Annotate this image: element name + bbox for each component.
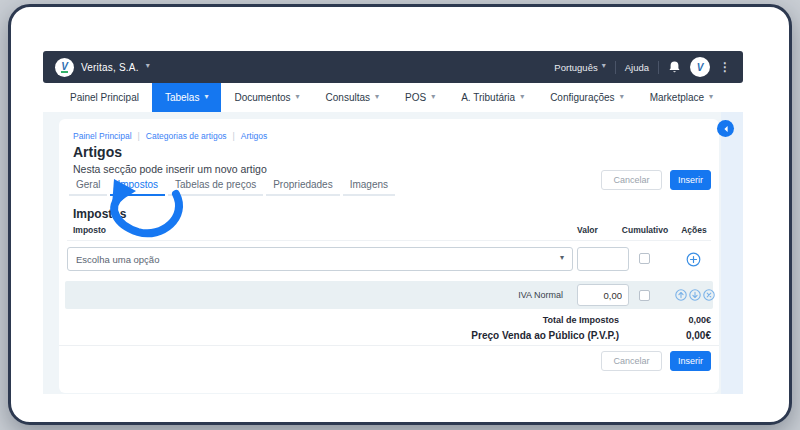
collapsed-side-panel: [721, 112, 743, 394]
company-name: Veritas, S.A.: [81, 62, 139, 73]
company-logo-icon: V: [55, 58, 74, 77]
company-menu[interactable]: V Veritas, S.A. ▾: [55, 58, 150, 77]
nav-item-consultas[interactable]: Consultas ▾: [313, 83, 392, 112]
breadcrumb-separator: |: [138, 131, 140, 141]
page-title: Artigos: [73, 144, 122, 160]
tab-tabelas-de-precos[interactable]: Tabelas de preços: [168, 179, 263, 196]
nav-label: Tabelas: [165, 92, 199, 103]
nav-label: Consultas: [326, 92, 370, 103]
chevron-down-icon: ▾: [620, 94, 624, 100]
divider: [59, 345, 719, 346]
page-subtitle: Nesta secção pode inserir um novo artigo: [73, 163, 267, 175]
nav-label: Documentos: [234, 92, 290, 103]
tax-row-cumulative-checkbox[interactable]: [639, 290, 650, 301]
notifications-bell-icon[interactable]: [668, 60, 681, 74]
chevron-down-icon: ▾: [709, 94, 713, 100]
nav-item-a-tributaria[interactable]: A. Tributária ▾: [448, 83, 537, 112]
chevron-down-icon: ▾: [520, 94, 524, 100]
language-selector[interactable]: Português ▾: [554, 62, 605, 73]
more-menu-icon[interactable]: ⋮: [719, 60, 731, 74]
move-up-icon[interactable]: [675, 289, 687, 301]
tab-impostos[interactable]: Impostos: [110, 179, 165, 196]
chevron-down-icon: ▾: [375, 94, 379, 100]
cumulative-checkbox[interactable]: [639, 253, 650, 264]
article-form-panel: Painel Principal | Categorias de artigos…: [59, 119, 719, 393]
tax-row-name: IVA Normal: [518, 290, 563, 300]
nav-item-painel-principal[interactable]: Painel Principal: [57, 83, 152, 112]
nav-label: Marketplace: [650, 92, 704, 103]
language-label: Português: [554, 62, 597, 73]
move-down-icon[interactable]: [689, 289, 701, 301]
breadcrumb: Painel Principal | Categorias de artigos…: [73, 131, 267, 141]
nav-item-documentos[interactable]: Documentos ▾: [221, 83, 312, 112]
divider: [615, 61, 616, 74]
nav-label: Configurações: [550, 92, 614, 103]
chevron-down-icon: ▾: [296, 94, 300, 100]
insert-button-bottom[interactable]: Inserir: [670, 351, 711, 371]
nav-label: Painel Principal: [70, 92, 139, 103]
chevron-down-icon: ▾: [560, 255, 564, 261]
pvp-label: Preço Venda ao Público (P.V.P.): [471, 330, 619, 341]
help-link[interactable]: Ajuda: [625, 62, 649, 73]
tab-propriedades[interactable]: Propriedades: [266, 179, 339, 196]
tax-row-value-input[interactable]: [577, 284, 629, 306]
app-header: V Veritas, S.A. ▾ Português ▾ Ajuda V ⋮: [43, 51, 743, 83]
nav-item-tabelas[interactable]: Tabelas ▾: [152, 83, 221, 112]
total-impostos-label: Total de Impostos: [543, 315, 619, 325]
column-header-imposto: Imposto: [73, 225, 106, 235]
app-window: V Veritas, S.A. ▾ Português ▾ Ajuda V ⋮ …: [8, 4, 792, 425]
divider: [67, 240, 711, 241]
nav-item-configuracoes[interactable]: Configurações ▾: [537, 83, 637, 112]
tax-row-iva-normal: IVA Normal: [65, 281, 713, 309]
divider: [658, 61, 659, 74]
form-tabs: Geral Impostos Tabelas de preços Proprie…: [69, 179, 395, 196]
breadcrumb-painel-principal[interactable]: Painel Principal: [73, 131, 132, 141]
insert-button-top[interactable]: Inserir: [670, 170, 711, 190]
tax-value-input[interactable]: [577, 247, 629, 271]
section-title: Impostos: [73, 207, 126, 221]
nav-label: A. Tributária: [461, 92, 515, 103]
column-header-acoes: Ações: [671, 225, 717, 235]
pvp-value: 0,00€: [686, 330, 711, 341]
chevron-down-icon: ▾: [602, 63, 606, 69]
breadcrumb-separator: |: [233, 131, 235, 141]
remove-row-icon[interactable]: [703, 289, 715, 301]
chevron-left-icon: [722, 125, 730, 133]
total-impostos-value: 0,00€: [688, 315, 711, 325]
chevron-down-icon: ▾: [204, 94, 208, 100]
nav-item-pos[interactable]: POS ▾: [392, 83, 448, 112]
content-area: Painel Principal | Categorias de artigos…: [43, 112, 743, 394]
tab-imagens[interactable]: Imagens: [343, 179, 395, 196]
breadcrumb-categorias-de-artigos[interactable]: Categorias de artigos: [146, 131, 227, 141]
main-navigation: Painel Principal Tabelas ▾ Documentos ▾ …: [43, 83, 743, 112]
tax-table-header: Imposto Valor Cumulativo Ações: [59, 225, 719, 241]
add-row-icon[interactable]: [686, 252, 701, 267]
cancel-button-top[interactable]: Cancelar: [601, 170, 662, 190]
nav-item-marketplace[interactable]: Marketplace ▾: [637, 83, 726, 112]
cancel-button-bottom[interactable]: Cancelar: [601, 351, 662, 371]
user-avatar[interactable]: V: [690, 57, 710, 77]
nav-label: POS: [405, 92, 426, 103]
breadcrumb-artigos[interactable]: Artigos: [241, 131, 267, 141]
column-header-valor: Valor: [577, 225, 598, 235]
tax-select-value: Escolha uma opção: [76, 254, 159, 265]
chevron-down-icon: ▾: [431, 94, 435, 100]
chevron-down-icon: ▾: [146, 63, 150, 69]
collapse-panel-button[interactable]: [717, 120, 734, 137]
tab-geral[interactable]: Geral: [69, 179, 107, 196]
tax-select[interactable]: Escolha uma opção ▾: [67, 247, 573, 271]
